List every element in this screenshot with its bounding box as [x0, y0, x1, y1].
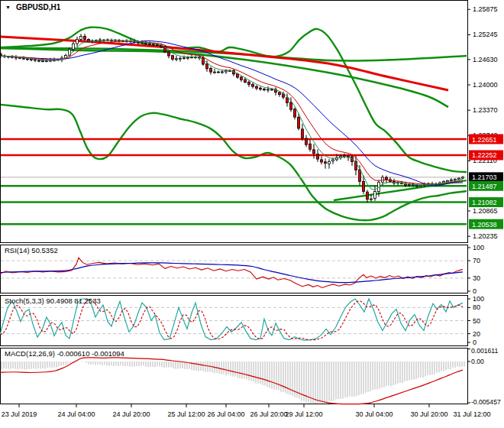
price-badge-label: 1.22252 [472, 151, 497, 159]
macd-tick-label: 0.00 [471, 358, 484, 365]
rsi-line [0, 258, 463, 287]
stoch-tick-label: 20 [473, 330, 480, 338]
rsi-indicator-label: RSI(14) 50.5352 [5, 246, 58, 255]
macd-tick-label: 0.001611 [471, 347, 498, 355]
mt4-chart-window: 1.258751.252451.246301.240001.233701.227… [0, 0, 504, 428]
price-axis: 1.258751.252451.246301.240001.233701.227… [467, 5, 503, 240]
rsi-tick-label: 70 [473, 257, 480, 264]
time-tick-label: 23 Jul 2019 [2, 410, 37, 418]
rsi-tick-label: 100 [473, 244, 484, 251]
time-axis: 23 Jul 201924 Jul 04:0024 Jul 20:0025 Ju… [2, 404, 491, 419]
chart-symbol-title: GBPUSD,H1 [16, 3, 60, 11]
macd-tick-label: -0.005457 [471, 398, 501, 406]
price-tick-label: 1.24630 [473, 56, 498, 63]
time-tick-label: 29 Jul 12:00 [285, 410, 322, 418]
rsi-ma-line [0, 263, 463, 283]
ema5-line [1, 41, 463, 190]
price-badge-label: 1.20538 [472, 221, 497, 229]
time-tick-label: 30 Jul 04:00 [355, 410, 393, 418]
price-badge-label: 1.21703 [472, 173, 497, 181]
main-chart-layer[interactable] [0, 28, 467, 225]
time-tick-label: 31 Jul 12:00 [453, 410, 490, 418]
stoch-tick-label: 100 [473, 295, 484, 303]
macd-indicator-label: MACD(12,26,9) -0.000610 -0.001094 [5, 349, 124, 358]
time-tick-label: 26 Jul 20:00 [250, 410, 287, 418]
time-tick-label: 24 Jul 20:00 [112, 410, 150, 418]
price-badge-label: 1.21487 [472, 183, 497, 190]
stoch-tick-label: 0 [473, 339, 477, 346]
chart-title-row: ▼ GBPUSD,H1 [5, 3, 60, 11]
price-tick-label: 1.25245 [473, 31, 498, 38]
panel-border-1 [1, 245, 468, 293]
price-tick-label: 1.25875 [473, 5, 498, 13]
stoch-tick-label: 80 [473, 303, 480, 311]
time-tick-label: 30 Jul 20:00 [410, 410, 447, 418]
red-ma-line [0, 37, 448, 90]
rsi-tick-label: 0 [473, 287, 477, 295]
rsi-panel[interactable]: 10070300 [0, 244, 484, 295]
time-tick-label: 26 Jul 04:00 [207, 410, 244, 418]
price-badge-label: 1.22651 [472, 136, 497, 144]
price-tick-label: 1.20865 [473, 207, 498, 215]
price-tick-label: 1.24000 [473, 81, 498, 89]
chart-canvas[interactable]: 1.258751.252451.246301.240001.233701.227… [0, 0, 504, 428]
price-tick-label: 1.23370 [473, 106, 498, 114]
stoch-indicator-label: Stoch(5,3,3) 90.4908 81.2533 [5, 297, 101, 305]
stoch-tick-label: 50 [473, 317, 480, 325]
rsi-tick-label: 30 [473, 274, 480, 282]
time-tick-label: 24 Jul 04:00 [57, 410, 95, 418]
time-tick-label: 25 Jul 12:00 [167, 410, 205, 418]
price-badge-label: 1.21082 [472, 199, 497, 206]
price-tick-label: 1.20235 [473, 232, 498, 240]
symbol-dropdown-icon[interactable]: ▼ [5, 4, 11, 11]
